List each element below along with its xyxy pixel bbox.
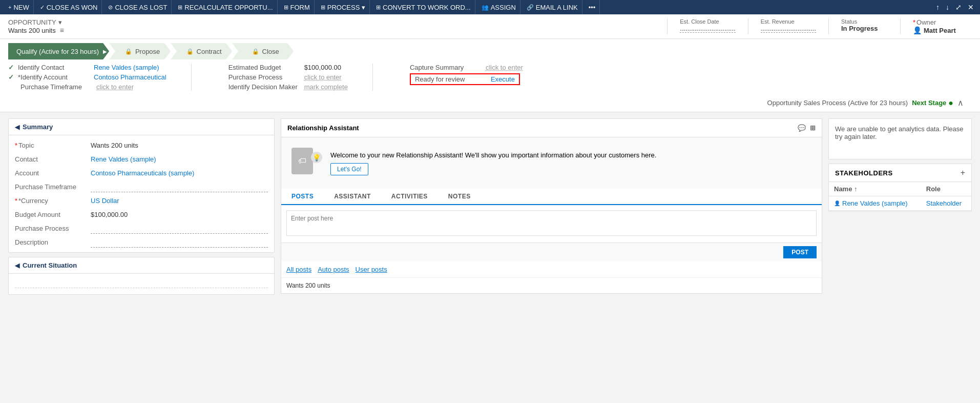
person-icon: 👤 [913, 26, 922, 34]
post-button[interactable]: POST [783, 246, 817, 258]
grid-icon[interactable]: ⊞ [810, 124, 816, 132]
field-value-purchase-process[interactable]: click to enter [304, 73, 342, 81]
comment-icon[interactable]: 💬 [798, 124, 806, 132]
toolbar-recalculate[interactable]: ⊞ RECALCULATE OPPORTU... [174, 0, 277, 14]
plus-icon: + [8, 4, 11, 10]
right-panel: We are unable to get analytics data. Ple… [828, 118, 972, 295]
current-situation-content [9, 274, 274, 294]
value-currency[interactable]: US Dollar [91, 195, 268, 207]
stakeholders-header-row: Name ↑ Role [829, 182, 971, 196]
post-footer: POST [281, 243, 822, 261]
filter-all-posts[interactable]: All posts [286, 266, 311, 273]
field-value-execute[interactable]: Execute [491, 75, 515, 83]
field-value-contact[interactable]: Rene Valdes (sample) [94, 64, 159, 71]
current-situation-header: ◀ Current Situation [9, 257, 274, 274]
entity-type[interactable]: OPPORTUNITY ▾ [8, 18, 657, 26]
ra-header: Relationship Assistant 💬 ⊞ [281, 119, 822, 137]
ra-icon-area: 🏷 💡 [291, 148, 322, 178]
field-value-budget: $100,000.00 [304, 64, 341, 71]
checkmark-icon: ✓ [40, 4, 45, 11]
toolbar-assign[interactable]: 👥 ASSIGN [477, 0, 520, 14]
tab-posts[interactable]: POSTS [281, 189, 324, 205]
value-description[interactable] [91, 236, 268, 248]
toolbar-process[interactable]: ⊞ PROCESS ▾ [317, 0, 370, 14]
lets-go-button[interactable]: Let's Go! [330, 163, 368, 175]
form-icon: ⊞ [284, 4, 288, 11]
tag-icon: 🏷 [298, 156, 306, 166]
summary-section-header: ◀ Summary [9, 119, 274, 135]
label-topic: *Topic [15, 139, 87, 151]
filter-user-posts[interactable]: User posts [356, 266, 387, 273]
filter-auto-posts[interactable]: Auto posts [318, 266, 349, 273]
menu-icon[interactable]: ≡ [60, 26, 64, 34]
window-up-btn[interactable]: ↑ [934, 2, 942, 12]
add-stakeholder-button[interactable]: + [961, 168, 965, 177]
label-purchase-timeframe: Purchase Timeframe [15, 181, 87, 193]
field-label-account: *Identify Account [18, 73, 90, 81]
value-topic: Wants 200 units [91, 139, 268, 151]
stage-row-decision-maker: Identify Decision Maker mark complete [216, 83, 348, 91]
field-label-capture-summary: Capture Summary [410, 64, 482, 71]
header-meta: Est. Close Date ........................… [667, 18, 972, 34]
expand-arrow-icon-2: ◀ [15, 262, 19, 269]
tab-notes[interactable]: NOTES [438, 189, 481, 205]
tab-assistant[interactable]: ASSISTANT [324, 189, 381, 205]
stage-bar: Qualify (Active for 23 hours) ▶ 🔒 Propos… [0, 39, 980, 112]
meta-est-revenue: Est. Revenue ...........................… [748, 18, 828, 34]
toolbar-new[interactable]: + NEW [4, 0, 34, 14]
stage-col-1: ✓ Identify Contact Rene Valdes (sample) … [8, 64, 166, 91]
col-divider-2 [372, 64, 373, 91]
summary-title: Summary [23, 123, 53, 131]
field-value-capture-summary[interactable]: click to enter [486, 64, 523, 71]
value-purchase-timeframe[interactable] [91, 181, 268, 192]
label-description: Description [15, 236, 87, 248]
value-purchase-process-form[interactable] [91, 223, 268, 234]
label-currency: **Currency [15, 195, 87, 207]
stakeholders-table: Name ↑ Role 👤 Rene Valdes (sample) [829, 182, 971, 211]
toolbar-email-link[interactable]: 🔗 EMAIL A LINK [523, 0, 582, 14]
stage-contract[interactable]: 🔒 Contract [171, 43, 232, 59]
summary-form: *Topic Wants 200 units Contact Rene Vald… [9, 135, 274, 252]
stage-row-budget: Estimated Budget $100,000.00 [216, 64, 348, 71]
field-label-contact: Identify Contact [18, 64, 90, 71]
toolbar-convert[interactable]: ⊞ CONVERT TO WORK ORD... [372, 0, 475, 14]
expand-arrow-icon: ◀ [15, 124, 19, 131]
window-down-btn[interactable]: ↓ [944, 2, 951, 12]
label-account: Account [15, 167, 87, 179]
bulb-icon: 💡 [312, 154, 321, 162]
collapse-stage-button[interactable]: ∧ [957, 98, 964, 108]
stage-qualify[interactable]: Qualify (Active for 23 hours) ▶ [8, 43, 109, 59]
value-account[interactable]: Contoso Pharmaceuticals (sample) [91, 167, 268, 179]
col-divider-1 [191, 64, 192, 91]
col-name[interactable]: Name ↑ [829, 182, 921, 196]
stakeholder-name-link[interactable]: 👤 Rene Valdes (sample) [834, 199, 916, 207]
stakeholders-title: STAKEHOLDERS [835, 169, 893, 177]
tab-activities[interactable]: ACTIVITIES [381, 189, 438, 205]
tabs: POSTS ASSISTANT ACTIVITIES NOTES [281, 189, 822, 205]
window-close-btn[interactable]: ✕ [966, 2, 976, 12]
field-value-purchase-timeframe[interactable]: click to enter [96, 83, 134, 91]
stage-row-account: ✓ *Identify Account Contoso Pharmaceutic… [8, 73, 166, 81]
stage-close[interactable]: 🔒 Close [232, 43, 294, 59]
next-stage-button[interactable]: Next Stage ● [912, 98, 953, 108]
toolbar: + NEW ✓ CLOSE AS WON ⊘ CLOSE AS LOST ⊞ R… [0, 0, 980, 14]
toolbar-close-won[interactable]: ✓ CLOSE AS WON [36, 0, 102, 14]
capture-box: Ready for review Execute [410, 73, 520, 85]
record-header: OPPORTUNITY ▾ Wants 200 units ≡ Est. Clo… [0, 14, 980, 39]
toolbar-close-lost[interactable]: ⊘ CLOSE AS LOST [104, 0, 172, 14]
toolbar-form[interactable]: ⊞ FORM [280, 0, 315, 14]
post-input[interactable] [286, 210, 817, 236]
convert-icon: ⊞ [376, 4, 381, 11]
post-area [281, 205, 822, 243]
stage-propose[interactable]: 🔒 Propose [109, 43, 171, 59]
check-icon-1: ✓ [8, 64, 14, 71]
stakeholder-role-link[interactable]: Stakeholder [926, 199, 962, 207]
field-value-account[interactable]: Contoso Pharmaceutical [94, 73, 166, 81]
field-value-decision-maker[interactable]: mark complete [304, 83, 348, 91]
toolbar-more[interactable]: ••• [585, 0, 600, 14]
window-expand-btn[interactable]: ⤢ [953, 2, 964, 12]
stage-row-contact: ✓ Identify Contact Rene Valdes (sample) [8, 64, 166, 71]
current-situation-title: Current Situation [23, 261, 77, 269]
analytics-card: We are unable to get analytics data. Ple… [828, 118, 972, 159]
value-contact[interactable]: Rene Valdes (sample) [91, 153, 268, 165]
